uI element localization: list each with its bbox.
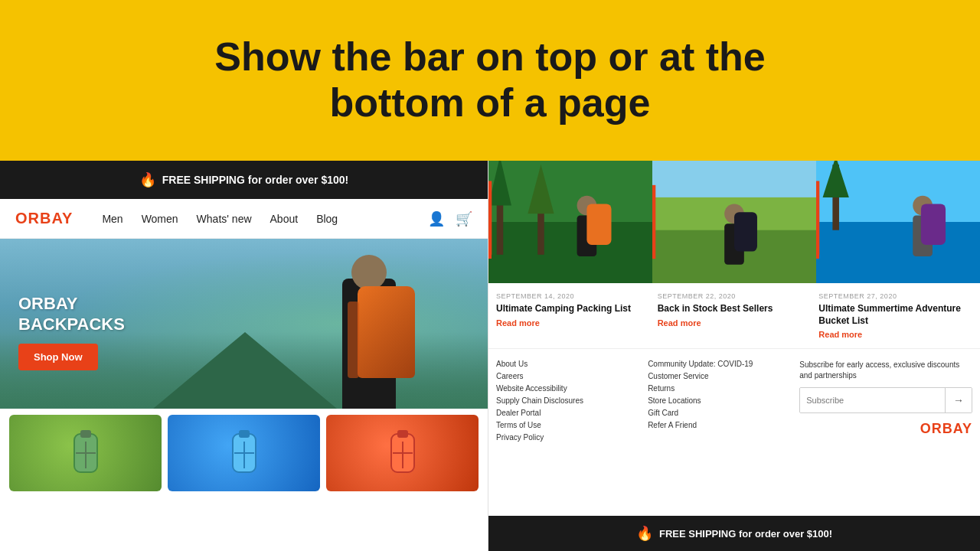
shipping-bar-top-text: FREE SHIPPING for order over $100! bbox=[162, 174, 349, 186]
footer-careers[interactable]: Careers bbox=[496, 372, 640, 380]
blog-date-3: SEPTEMBER 27, 2020 bbox=[818, 292, 972, 300]
flame-icon-top: 🔥 bbox=[139, 171, 156, 188]
footer-customer-service[interactable]: Customer Service bbox=[648, 372, 792, 380]
footer-dealer-portal[interactable]: Dealer Portal bbox=[496, 409, 640, 417]
top-banner: Show the bar on top or at the bottom of … bbox=[0, 0, 980, 161]
left-panel: 🔥 FREE SHIPPING for order over $100! ORB… bbox=[0, 161, 488, 551]
product-thumb-blue[interactable] bbox=[168, 415, 320, 491]
blog-title-1: Ultimate Camping Packing List bbox=[496, 303, 650, 315]
blog-title-2: Back in Stock Best Sellers bbox=[658, 303, 812, 315]
footer-covid[interactable]: Community Update: COVID-19 bbox=[648, 360, 792, 368]
blog-title-3: Ultimate Summertime Adventure Bucket Lis… bbox=[818, 303, 972, 327]
nav-icons: 👤 🛒 bbox=[428, 210, 472, 227]
nav-link-women[interactable]: Women bbox=[142, 213, 178, 225]
svg-rect-36 bbox=[921, 204, 946, 245]
blog-image-2 bbox=[652, 161, 816, 283]
navbar: ORBAY Men Women Whats' new About Blog 👤 … bbox=[0, 199, 488, 239]
nav-link-whatsnew[interactable]: Whats' new bbox=[197, 213, 252, 225]
footer-col-2: Community Update: COVID-19 Customer Serv… bbox=[648, 360, 792, 505]
svg-rect-28 bbox=[652, 185, 655, 259]
subscribe-text: Subscribe for early access, exclusive di… bbox=[799, 360, 972, 381]
svg-rect-21 bbox=[488, 181, 492, 255]
footer-privacy[interactable]: Privacy Policy bbox=[496, 433, 640, 442]
hero-text: ORBAY BACKPACKS Shop Now bbox=[18, 294, 125, 370]
footer-accessibility[interactable]: Website Accessibility bbox=[496, 384, 640, 393]
footer-refer[interactable]: Refer A Friend bbox=[648, 421, 792, 429]
cart-icon[interactable]: 🛒 bbox=[456, 210, 472, 227]
svg-rect-27 bbox=[734, 212, 757, 251]
hero-section: ORBAY BACKPACKS Shop Now bbox=[0, 239, 488, 409]
svg-rect-13 bbox=[488, 222, 652, 283]
footer-logo: ORBAY bbox=[799, 421, 972, 437]
blog-image-3 bbox=[816, 161, 980, 283]
svg-rect-9 bbox=[397, 430, 408, 438]
nav-link-blog[interactable]: Blog bbox=[316, 213, 338, 225]
shipping-bar-bottom: 🔥 FREE SHIPPING for order over $100! bbox=[488, 516, 980, 551]
read-more-3[interactable]: Read more bbox=[818, 330, 972, 339]
product-thumb-green[interactable] bbox=[9, 415, 162, 491]
svg-rect-37 bbox=[816, 181, 819, 255]
read-more-1[interactable]: Read more bbox=[496, 318, 650, 328]
svg-rect-30 bbox=[816, 222, 980, 283]
banner-text: Show the bar on top or at the bottom of … bbox=[214, 34, 765, 126]
svg-rect-24 bbox=[652, 161, 816, 197]
footer-terms[interactable]: Terms of Use bbox=[496, 421, 640, 429]
user-icon[interactable]: 👤 bbox=[428, 210, 445, 227]
flame-icon-bottom: 🔥 bbox=[636, 525, 653, 542]
blog-images bbox=[488, 161, 980, 283]
subscribe-input-row: → bbox=[799, 387, 972, 413]
product-thumb-orange[interactable] bbox=[326, 415, 479, 491]
blog-date-1: SEPTEMBER 14, 2020 bbox=[496, 292, 650, 300]
subscribe-input[interactable] bbox=[800, 388, 945, 412]
product-thumbnails bbox=[0, 409, 488, 493]
hero-title: ORBAY BACKPACKS bbox=[18, 294, 125, 334]
subscribe-button[interactable]: → bbox=[945, 388, 972, 412]
svg-rect-20 bbox=[586, 204, 611, 245]
read-more-2[interactable]: Read more bbox=[658, 318, 812, 328]
nav-link-men[interactable]: Men bbox=[102, 213, 122, 225]
blog-posts: SEPTEMBER 14, 2020 Ultimate Camping Pack… bbox=[488, 283, 980, 349]
nav-links: Men Women Whats' new About Blog bbox=[102, 213, 407, 225]
blog-post-2: SEPTEMBER 22, 2020 Back in Stock Best Se… bbox=[658, 292, 812, 339]
footer-returns[interactable]: Returns bbox=[648, 384, 792, 393]
footer-subscribe: Subscribe for early access, exclusive di… bbox=[799, 360, 972, 505]
banner-line2: bottom of a page bbox=[330, 80, 651, 125]
blog-post-1: SEPTEMBER 14, 2020 Ultimate Camping Pack… bbox=[496, 292, 650, 339]
main-content: 🔥 FREE SHIPPING for order over $100! ORB… bbox=[0, 161, 980, 551]
footer-gift-card[interactable]: Gift Card bbox=[648, 409, 792, 417]
shipping-bar-bottom-text: FREE SHIPPING for order over $100! bbox=[659, 528, 832, 540]
footer-col-1: About Us Careers Website Accessibility S… bbox=[496, 360, 640, 505]
blog-date-2: SEPTEMBER 22, 2020 bbox=[658, 292, 812, 300]
nav-logo[interactable]: ORBAY bbox=[15, 210, 73, 227]
footer-store-locations[interactable]: Store Locations bbox=[648, 396, 792, 405]
svg-rect-5 bbox=[239, 430, 250, 438]
shop-now-button[interactable]: Shop Now bbox=[18, 344, 98, 370]
footer-about-us[interactable]: About Us bbox=[496, 360, 640, 368]
nav-link-about[interactable]: About bbox=[270, 213, 299, 225]
svg-rect-1 bbox=[80, 430, 91, 438]
blog-post-3: SEPTEMBER 27, 2020 Ultimate Summertime A… bbox=[818, 292, 972, 339]
right-panel: SEPTEMBER 14, 2020 Ultimate Camping Pack… bbox=[488, 161, 980, 551]
blog-image-1 bbox=[488, 161, 652, 283]
footer-links: About Us Careers Website Accessibility S… bbox=[488, 349, 980, 516]
footer-supply-chain[interactable]: Supply Chain Disclosures bbox=[496, 396, 640, 405]
banner-line1: Show the bar on top or at the bbox=[214, 34, 765, 79]
shipping-bar-top: 🔥 FREE SHIPPING for order over $100! bbox=[0, 161, 488, 199]
